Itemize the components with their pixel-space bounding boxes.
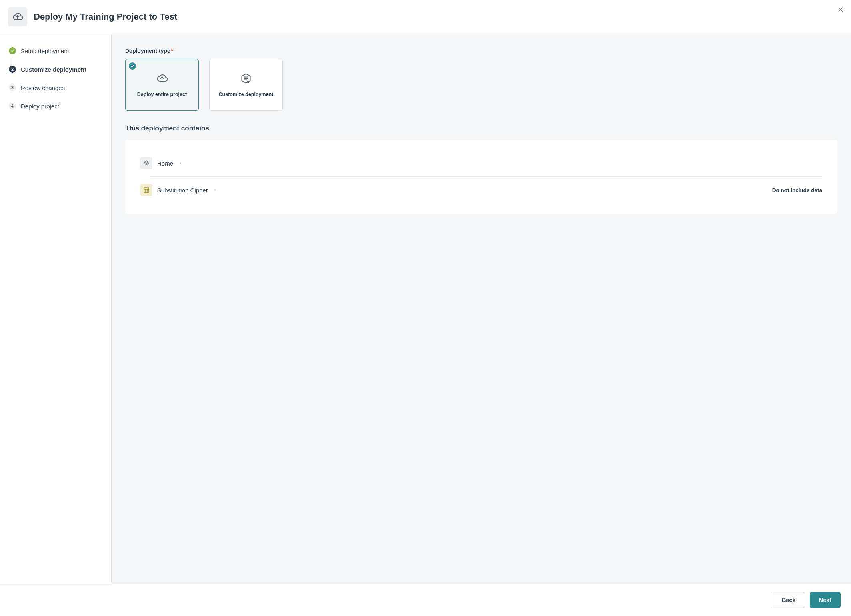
step-customize-deployment[interactable]: 2 Customize deployment <box>9 64 102 74</box>
next-button[interactable]: Next <box>810 592 841 608</box>
required-indicator: * <box>171 48 173 54</box>
option-label: Customize deployment <box>219 92 274 97</box>
check-icon <box>9 47 16 54</box>
step-number-icon: 4 <box>9 102 16 110</box>
step-label: Review changes <box>21 84 65 91</box>
step-connector <box>12 56 12 64</box>
step-number-icon: 3 <box>9 84 16 91</box>
deploy-icon <box>8 7 27 26</box>
header: Deploy My Training Project to Test <box>0 0 851 34</box>
table-icon <box>140 184 152 196</box>
step-deploy-project[interactable]: 4 Deploy project <box>9 101 102 111</box>
footer: Back Next <box>0 584 851 616</box>
cloud-upload-icon <box>155 73 169 85</box>
svg-marker-7 <box>180 162 181 164</box>
step-label: Customize deployment <box>21 66 86 73</box>
step-review-changes[interactable]: 3 Review changes <box>9 83 102 92</box>
option-customize-deployment[interactable]: Customize deployment <box>209 59 283 111</box>
deployment-contents: Home <box>125 140 837 214</box>
step-label: Setup deployment <box>21 48 69 54</box>
option-deploy-entire-project[interactable]: Deploy entire project <box>125 59 199 111</box>
main-panel: Deployment type* Deploy entire projec <box>111 34 851 584</box>
content-item-name: Substitution Cipher <box>157 187 208 194</box>
svg-rect-8 <box>144 188 149 192</box>
deploy-wizard: Deploy My Training Project to Test Setup… <box>0 0 851 616</box>
selected-check-icon <box>129 62 136 70</box>
deployment-type-label: Deployment type* <box>125 48 837 54</box>
content-item-home[interactable]: Home <box>140 150 822 176</box>
contains-title: This deployment contains <box>125 124 837 132</box>
content-item-name: Home <box>157 160 173 167</box>
home-stack-icon <box>140 157 152 169</box>
back-button[interactable]: Back <box>773 592 805 608</box>
body: Setup deployment 2 Customize deployment … <box>0 34 851 584</box>
step-number-icon: 2 <box>9 66 16 73</box>
chevron-right-icon <box>214 187 217 193</box>
page-title: Deploy My Training Project to Test <box>34 12 177 22</box>
option-label: Deploy entire project <box>137 92 187 97</box>
step-label: Deploy project <box>21 103 59 110</box>
script-icon <box>240 73 252 85</box>
step-setup-deployment[interactable]: Setup deployment <box>9 46 102 56</box>
svg-marker-12 <box>214 189 216 191</box>
wizard-steps: Setup deployment 2 Customize deployment … <box>0 34 111 584</box>
close-icon <box>837 6 844 15</box>
deployment-type-text: Deployment type <box>125 48 170 54</box>
svg-marker-6 <box>144 161 149 164</box>
chevron-right-icon <box>179 160 182 166</box>
deployment-type-options: Deploy entire project <box>125 59 837 111</box>
content-item-substitution-cipher[interactable]: Substitution Cipher Do not include data <box>140 177 822 203</box>
close-button[interactable] <box>836 6 845 15</box>
do-not-include-data-link[interactable]: Do not include data <box>772 187 822 193</box>
